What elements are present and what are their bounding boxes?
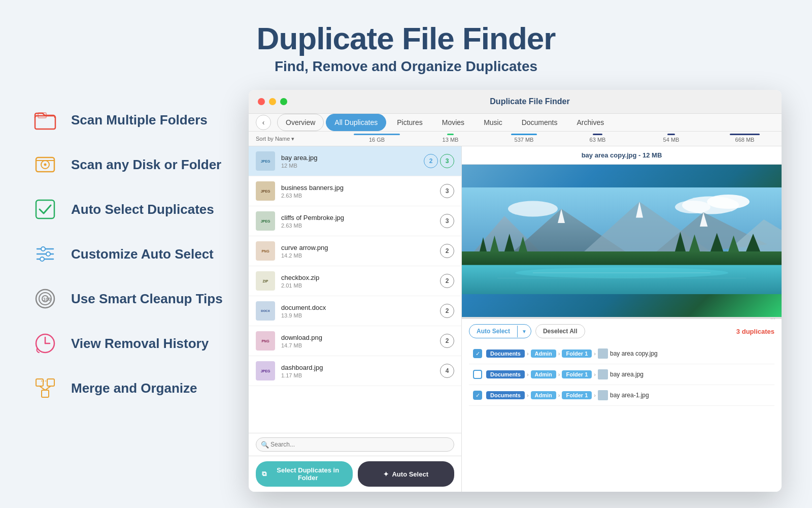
file-item-5[interactable]: DOCX document.docx 13.9 MB 2	[249, 296, 461, 326]
tab-pictures[interactable]: Pictures	[388, 114, 431, 131]
features-sidebar: Scan Multiple Folders Scan any Disk or F…	[30, 90, 249, 408]
window-title: Duplicate File Finder	[287, 97, 772, 106]
dup-checkbox-0[interactable]	[473, 349, 482, 358]
feature-merge-label: Merge and Organize	[71, 380, 197, 396]
file-item-3[interactable]: PNG curve arrow.png 14.2 MB 2	[249, 236, 461, 266]
folder-badge-admin-1: Admin	[531, 370, 556, 378]
page-header: Duplicate File Finder Find, Remove and O…	[257, 20, 556, 75]
feature-merge: Merge and Organize	[30, 368, 249, 408]
file-thumb-1	[598, 369, 608, 379]
search-input[interactable]	[256, 437, 454, 452]
file-size-6: 14.7 MB	[281, 342, 440, 348]
preview-panel: bay area copy.jpg - 12 MB	[462, 146, 782, 492]
file-icon-2: JPEG	[256, 211, 275, 231]
dup-checkbox-1[interactable]	[473, 370, 482, 379]
feature-scan-disk-label: Scan any Disk or Folder	[71, 157, 221, 173]
svg-rect-20	[36, 379, 43, 386]
tab-all-duplicates[interactable]: All Duplicates	[326, 114, 386, 131]
dup-row-2[interactable]: Documents › Admin › Folder 1 › bay area-…	[469, 385, 774, 406]
file-item-6[interactable]: PNG download.png 14.7 MB 2	[249, 326, 461, 356]
tab-documents[interactable]: Documents	[513, 114, 566, 131]
tab-overview[interactable]: Overview	[277, 114, 324, 131]
file-item-1[interactable]: JPEG business banners.jpg 2.63 MB 3	[249, 176, 461, 206]
auto-select-bottom-button[interactable]: ✦ Auto Select	[358, 461, 455, 487]
dup-count-2: 2	[424, 154, 438, 168]
feature-scan-disk: Scan any Disk or Folder	[30, 145, 249, 184]
file-info-5: document.docx 13.9 MB	[281, 304, 440, 319]
dup-header: Auto Select ▼ Deselect All 3 duplicates	[469, 324, 774, 338]
sort-label[interactable]: Sort by Name ▾	[256, 136, 294, 142]
target-icon: 100	[30, 284, 60, 313]
file-name-2: cliffs of Pembroke.jpg	[281, 214, 440, 221]
feature-scan-folders-label: Scan Multiple Folders	[71, 112, 208, 128]
file-info-0: bay area.jpg 12 MB	[281, 154, 424, 169]
duplicates-panel: Auto Select ▼ Deselect All 3 duplicates …	[462, 319, 782, 492]
file-thumb-0	[598, 348, 608, 359]
tab-size-documents: 54 MB	[634, 132, 708, 146]
preview-image	[462, 165, 782, 317]
duplicates-count: 3 duplicates	[736, 328, 774, 335]
file-info-4: checkbox.zip 2.01 MB	[281, 274, 440, 289]
dup-row-1[interactable]: Documents › Admin › Folder 1 › bay area.…	[469, 364, 774, 385]
disk-icon	[30, 150, 60, 179]
file-name-6: download.png	[281, 334, 440, 341]
file-thumb-2	[598, 390, 608, 400]
folder-icon	[30, 105, 60, 135]
file-name-0: bay area.jpg	[281, 154, 424, 162]
dup-count-6b: 2	[440, 334, 454, 348]
file-icon-6: PNG	[256, 331, 275, 351]
file-item-4[interactable]: ZIP checkbox.zip 2.01 MB 2	[249, 266, 461, 296]
maximize-button[interactable]	[280, 98, 287, 105]
feature-smart-tips: 100 Use Smart Cleanup Tips	[30, 279, 249, 319]
tab-size-music: 63 MB	[561, 132, 634, 146]
svg-point-12	[40, 257, 44, 261]
back-button[interactable]: ‹	[256, 115, 271, 130]
file-size-0: 12 MB	[281, 163, 424, 169]
auto-select-button[interactable]: Auto Select ▼	[469, 324, 531, 338]
feature-customize: Customize Auto Select	[30, 234, 249, 274]
auto-select-main[interactable]: Auto Select	[469, 325, 517, 338]
checkbox-check-icon	[30, 195, 60, 224]
folder-badge-folder1-0: Folder 1	[562, 350, 592, 358]
dup-row-0[interactable]: Documents › Admin › Folder 1 › bay area …	[469, 343, 774, 364]
search-icon: 🔍	[261, 441, 269, 449]
file-icon-jpeg: JPEG	[256, 151, 275, 171]
tab-music[interactable]: Music	[475, 114, 511, 131]
dup-filename-1: bay area.jpg	[610, 371, 644, 378]
dup-count-7b: 4	[440, 364, 454, 378]
select-duplicates-in-folder-button[interactable]: ⧉ Select Duplicates in Folder	[256, 461, 353, 487]
dup-path-0: Documents › Admin › Folder 1 › bay area …	[486, 348, 658, 359]
feature-history-label: View Removal History	[71, 336, 209, 352]
minimize-button[interactable]	[269, 98, 276, 105]
deselect-all-button[interactable]: Deselect All	[535, 324, 585, 338]
app-window: Duplicate File Finder ‹ Overview All Dup…	[249, 90, 782, 492]
svg-point-29	[675, 201, 710, 213]
file-size-1: 2.63 MB	[281, 193, 440, 199]
file-item-2[interactable]: JPEG cliffs of Pembroke.jpg 2.63 MB 3	[249, 206, 461, 236]
dup-count-1: 3	[440, 184, 454, 198]
tab-archives[interactable]: Archives	[568, 114, 613, 131]
file-name-3: curve arrow.png	[281, 244, 440, 251]
file-item-7[interactable]: JPEG dashboard.jpg 1.17 MB 4	[249, 356, 461, 386]
file-item-0[interactable]: JPEG bay area.jpg 12 MB 2 3	[249, 146, 461, 176]
dup-checkbox-2[interactable]	[473, 391, 482, 400]
tab-movies[interactable]: Movies	[433, 114, 473, 131]
star-icon: ✦	[383, 470, 389, 478]
file-icon-4: ZIP	[256, 271, 275, 291]
resize-handle[interactable]	[462, 317, 782, 319]
file-size-2: 2.63 MB	[281, 223, 440, 229]
dup-path-2: Documents › Admin › Folder 1 › bay area-…	[486, 390, 649, 400]
file-search-area: 🔍	[249, 433, 461, 456]
dup-path-1: Documents › Admin › Folder 1 › bay area.…	[486, 369, 644, 379]
file-icon-7: JPEG	[256, 361, 275, 380]
folder-badge-admin-0: Admin	[531, 350, 556, 358]
auto-select-dropdown[interactable]: ▼	[517, 326, 531, 337]
dup-count-4b: 2	[440, 274, 454, 288]
svg-point-28	[707, 195, 750, 209]
file-size-7: 1.17 MB	[281, 372, 440, 378]
file-icon-5: DOCX	[256, 301, 275, 321]
folder-badge-admin-2: Admin	[531, 391, 556, 399]
tab-size-movies: 537 MB	[487, 132, 561, 146]
close-button[interactable]	[258, 98, 265, 105]
feature-auto-select-label: Auto Select Duplicates	[71, 202, 214, 217]
